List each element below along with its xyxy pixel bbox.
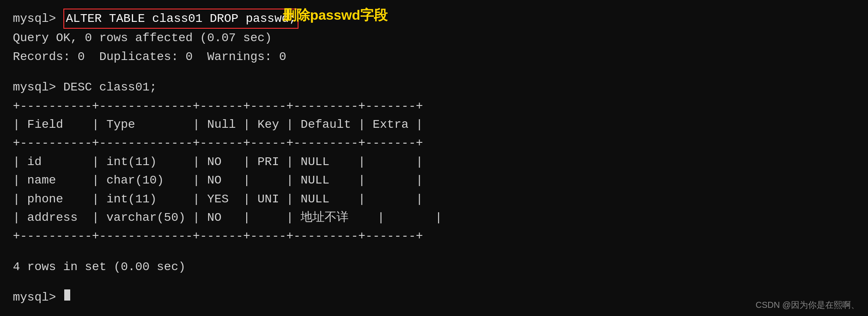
terminal-window: 删除passwd字段 mysql> ALTER TABLE class01 DR…	[0, 0, 868, 316]
line-alter-table: mysql> ALTER TABLE class01 DROP passwd;	[13, 9, 855, 29]
table-row-phone: | phone | int(11) | YES | UNI | NULL | |	[13, 190, 855, 208]
watermark-text: CSDN @因为你是在熙啊、	[755, 299, 859, 311]
spacer-3	[13, 276, 855, 288]
table-sep-top: +----------+-------------+------+-----+-…	[13, 97, 855, 115]
query-ok-text: Query OK, 0 rows affected (0.07 sec)	[13, 29, 272, 47]
spacer-2	[13, 246, 855, 258]
records-text: Records: 0 Duplicates: 0 Warnings: 0	[13, 48, 286, 66]
prompt-1: mysql>	[13, 9, 63, 28]
line-query-ok: Query OK, 0 rows affected (0.07 sec)	[13, 29, 855, 47]
prompt-final: mysql>	[13, 288, 63, 307]
line-rows-in-set: 4 rows in set (0.00 sec)	[13, 258, 855, 276]
table-sep-header: +----------+-------------+------+-----+-…	[13, 134, 855, 152]
annotation-label: 删除passwd字段	[283, 6, 388, 25]
rows-in-set-text: 4 rows in set (0.00 sec)	[13, 258, 185, 276]
prompt-2: mysql>	[13, 78, 63, 96]
terminal-cursor	[64, 289, 70, 301]
alter-command: ALTER TABLE class01 DROP passwd;	[63, 9, 299, 29]
table-sep-bottom: +----------+-------------+------+-----+-…	[13, 227, 855, 245]
line-desc-prompt: mysql> DESC class01;	[13, 78, 855, 96]
table-row-name: | name | char(10) | NO | | NULL | |	[13, 171, 855, 190]
table-row-id: | id | int(11) | NO | PRI | NULL | |	[13, 153, 855, 171]
line-records: Records: 0 Duplicates: 0 Warnings: 0	[13, 48, 855, 66]
table-header: | Field | Type | Null | Key | Default | …	[13, 115, 855, 134]
desc-command: DESC class01;	[63, 78, 157, 96]
table-row-address: | address | varchar(50) | NO | | 地址不详 | …	[13, 208, 855, 227]
spacer-1	[13, 66, 855, 78]
line-final-prompt: mysql>	[13, 288, 855, 307]
